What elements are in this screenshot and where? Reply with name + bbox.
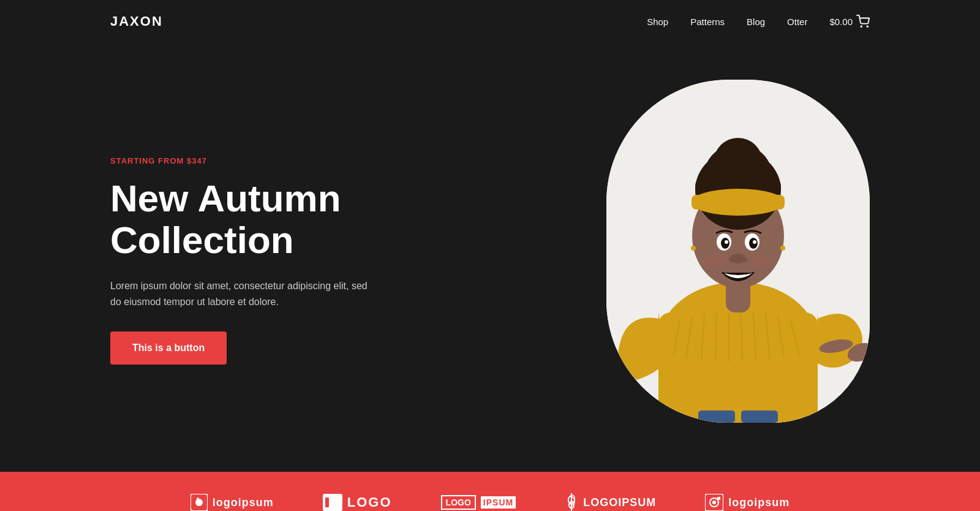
nav-blog[interactable]: Blog — [747, 17, 765, 27]
svg-rect-39 — [698, 411, 735, 423]
svg-rect-46 — [325, 498, 329, 501]
logos-strip: logoipsum LOGO LOGO IPSUM LOGOIPSUM — [0, 472, 980, 511]
nav-shop[interactable]: Shop — [647, 17, 668, 27]
svg-point-36 — [752, 254, 774, 267]
hero-label: STARTING FROM $347 — [110, 156, 374, 165]
logo1-icon — [190, 494, 208, 511]
logo1-text: logoipsum — [213, 496, 274, 509]
svg-rect-40 — [741, 411, 778, 423]
logo3-outlined: LOGO — [441, 495, 476, 510]
svg-rect-55 — [717, 497, 720, 500]
svg-point-35 — [703, 254, 725, 267]
cart-price: $0.00 — [829, 17, 853, 27]
svg-rect-4 — [658, 312, 818, 423]
svg-point-54 — [712, 501, 716, 504]
hero-person-illustration — [606, 80, 870, 423]
logo-item-1: logoipsum — [190, 494, 274, 511]
nav-otter[interactable]: Otter — [787, 17, 807, 27]
svg-rect-43 — [197, 498, 199, 500]
logo2-icon — [323, 494, 342, 511]
svg-point-30 — [725, 240, 728, 244]
main-nav: Shop Patterns Blog Otter $0.00 — [647, 15, 870, 28]
hero-title: New Autumn Collection — [110, 178, 374, 261]
logo5-text: logoipsum — [728, 496, 790, 509]
logo4-icon — [565, 493, 578, 511]
svg-point-1 — [867, 26, 868, 27]
svg-point-42 — [195, 499, 203, 506]
svg-point-0 — [861, 26, 862, 27]
logo-item-2: LOGO — [323, 494, 392, 511]
hero-image — [606, 80, 870, 423]
logo-item-3: LOGO IPSUM — [441, 495, 516, 510]
svg-point-37 — [691, 246, 696, 251]
brand-logo[interactable]: JAXON — [110, 13, 163, 29]
hero-cta-button[interactable]: This is a button — [110, 331, 227, 365]
logo-item-4: LOGOIPSUM — [565, 493, 656, 511]
svg-point-33 — [729, 257, 735, 262]
cart-icon — [856, 15, 870, 28]
logo2-text: LOGO — [347, 494, 392, 510]
hero-description: Lorem ipsum dolor sit amet, consectetur … — [110, 278, 374, 309]
svg-point-34 — [741, 257, 747, 262]
hero-section: STARTING FROM $347 New Autumn Collection… — [0, 43, 980, 472]
logo-item-5: logoipsum — [705, 494, 790, 511]
svg-point-23 — [714, 138, 763, 187]
logo3-inner: IPSUM — [481, 496, 516, 509]
svg-rect-25 — [692, 195, 785, 210]
header: JAXON Shop Patterns Blog Otter $0.00 — [0, 0, 980, 43]
svg-point-31 — [753, 240, 756, 244]
svg-point-38 — [780, 246, 785, 251]
logo4-text: LOGOIPSUM — [583, 496, 656, 509]
nav-patterns[interactable]: Patterns — [690, 17, 725, 27]
hero-content: STARTING FROM $347 New Autumn Collection… — [110, 138, 374, 365]
cart-button[interactable]: $0.00 — [829, 15, 870, 28]
logo5-icon — [705, 494, 723, 511]
